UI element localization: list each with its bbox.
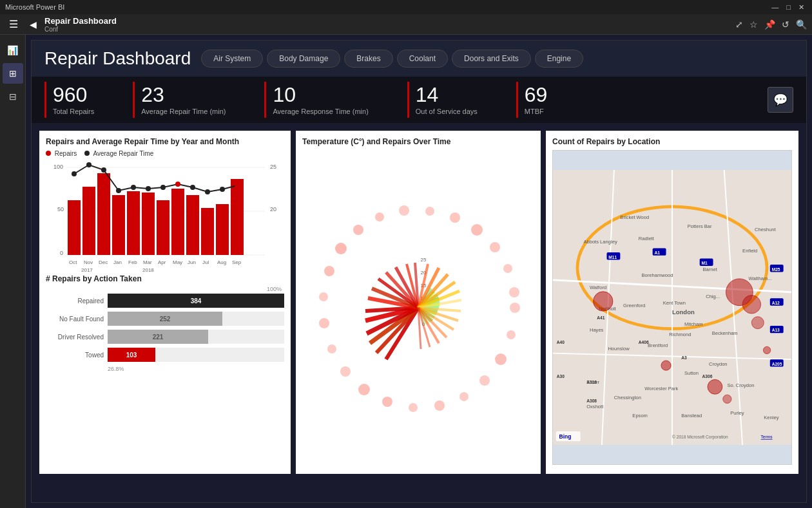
app-title: Microsoft Power BI (5, 3, 64, 11)
svg-text:Oxshott: Oxshott (586, 404, 604, 409)
svg-text:Mitcham: Mitcham (684, 321, 703, 327)
legend-repairs: Repairs (46, 150, 77, 157)
svg-text:A3: A3 (681, 355, 687, 360)
title-bar-controls[interactable]: — □ ✕ (769, 3, 807, 12)
fullscreen-icon[interactable]: ⤢ (735, 19, 743, 30)
svg-text:Bing: Bing (559, 433, 571, 440)
svg-point-86 (425, 207, 434, 216)
kpi-label-2: Average Response Time (min) (273, 108, 368, 115)
dash-header: Repair Dashboard Air System Body Damage … (32, 41, 806, 77)
chat-button[interactable]: 💬 (768, 87, 793, 113)
action-label-repaired: Repaired (46, 297, 104, 305)
svg-text:Dec: Dec (99, 259, 108, 265)
svg-point-73 (434, 400, 445, 411)
svg-text:Jan: Jan (113, 259, 122, 265)
svg-text:Worcester Park: Worcester Park (644, 386, 678, 391)
kpi-mtbf: 69 MTBF (516, 82, 567, 118)
bar-chart: 100 50 0 25 20 (46, 160, 284, 269)
svg-text:Apr: Apr (158, 259, 166, 265)
dot-3 (116, 188, 121, 193)
tab-body-damage[interactable]: Body Damage (267, 50, 340, 68)
svg-point-72 (459, 392, 469, 401)
close-btn[interactable]: ✕ (796, 3, 807, 12)
map-circle-small1 (751, 317, 764, 329)
kpi-label-1: Average Repair Time (min) (141, 108, 226, 115)
menu-title: Repair Dashboard (44, 16, 117, 26)
svg-text:A1: A1 (654, 250, 660, 255)
dot-5 (146, 186, 151, 191)
svg-text:Feb: Feb (128, 259, 137, 265)
tab-coolant[interactable]: Coolant (397, 50, 448, 68)
map-circle-west1 (594, 292, 613, 311)
action-bar-repaired: 384 (108, 294, 284, 308)
svg-text:25: 25 (421, 257, 427, 263)
percent-100-label: 100% (46, 286, 282, 292)
svg-text:Terms: Terms (761, 435, 773, 439)
bar-chart-title: Repairs and Average Repair Time by Year … (46, 137, 284, 146)
svg-text:London: London (672, 308, 695, 315)
svg-point-81 (324, 266, 334, 276)
pin-icon[interactable]: 📌 (764, 19, 775, 30)
svg-text:Bricket Wood: Bricket Wood (620, 214, 649, 220)
map-title: Count of Repairs by Location (552, 137, 792, 146)
svg-text:Richmond: Richmond (669, 332, 691, 337)
action-row-nofault: No Fault Found 252 (46, 312, 284, 326)
minimize-btn[interactable]: — (769, 3, 781, 12)
bar-sep (231, 179, 244, 255)
sidebar-icon-report[interactable]: 📊 (3, 40, 23, 61)
svg-point-74 (409, 403, 418, 412)
percent-268-label: 26.8% (108, 366, 284, 372)
svg-text:A40: A40 (557, 340, 565, 344)
legend-dot-avg (84, 151, 90, 156)
kpi-value-4: 69 (525, 84, 548, 105)
back-btn[interactable]: ◀ (27, 17, 39, 32)
action-row-repaired: Repaired 384 (46, 294, 284, 308)
tab-doors-exits[interactable]: Doors and Exits (452, 50, 531, 68)
svg-text:A306: A306 (702, 374, 712, 379)
svg-point-88 (471, 224, 483, 236)
svg-text:Hounslow: Hounslow (608, 346, 630, 352)
tab-engine[interactable]: Engine (535, 50, 583, 68)
bar-apr (157, 200, 169, 255)
sidebar-icon-dashboard[interactable]: ⊞ (3, 63, 23, 84)
svg-text:Waltham...: Waltham... (749, 276, 772, 281)
svg-point-76 (358, 384, 370, 395)
search-icon[interactable]: 🔍 (796, 19, 807, 30)
refresh-icon[interactable]: ↺ (782, 19, 789, 30)
action-bar-driver-wrap: 221 (108, 330, 284, 344)
sidebar-icon-data[interactable]: ⊟ (3, 86, 23, 107)
svg-text:20: 20 (270, 206, 276, 212)
kpi-value-0: 960 (53, 84, 94, 105)
mid-panel: Temperature (C°) and Repairs Over Time (296, 131, 541, 474)
svg-text:2017: 2017 (81, 267, 93, 272)
svg-point-84 (375, 212, 384, 221)
actions-title: # Repairs by Action Taken (46, 274, 284, 283)
bar-oct (68, 200, 81, 255)
svg-text:Oct: Oct (69, 259, 77, 265)
svg-text:Sutton: Sutton (684, 370, 699, 376)
svg-text:Purley: Purley (730, 410, 744, 416)
svg-text:Banstead: Banstead (681, 413, 702, 419)
hamburger-icon[interactable]: ☰ (5, 15, 22, 33)
map-circle-south2 (708, 379, 722, 394)
maximize-btn[interactable]: □ (784, 3, 793, 12)
action-bar-towed-wrap: 103 (108, 348, 284, 362)
bookmark-icon[interactable]: ☆ (749, 19, 758, 30)
svg-point-90 (503, 264, 512, 273)
tab-brakes[interactable]: Brakes (344, 50, 392, 68)
svg-point-89 (490, 242, 500, 252)
dot-11 (235, 183, 240, 188)
tab-air-system[interactable]: Air System (201, 50, 263, 68)
map-circle-med1 (742, 296, 760, 314)
radial-chart-title: Temperature (C°) and Repairs Over Time (302, 137, 534, 146)
bar-may (171, 189, 184, 255)
action-label-nofault: No Fault Found (46, 315, 104, 323)
action-row-towed: Towed 103 (46, 348, 284, 362)
svg-text:Kenley: Kenley (764, 415, 778, 420)
svg-text:Kent Town: Kent Town (663, 300, 686, 306)
map-background: M11 A1 M1 M25 A12 A13 A205 A40 A30 A308 … (552, 150, 792, 465)
radial-wrap: 25 20 15 10 5 0 (302, 150, 534, 465)
svg-text:25: 25 (270, 164, 276, 170)
bar-mar (142, 193, 155, 255)
bar-jul (201, 208, 214, 255)
